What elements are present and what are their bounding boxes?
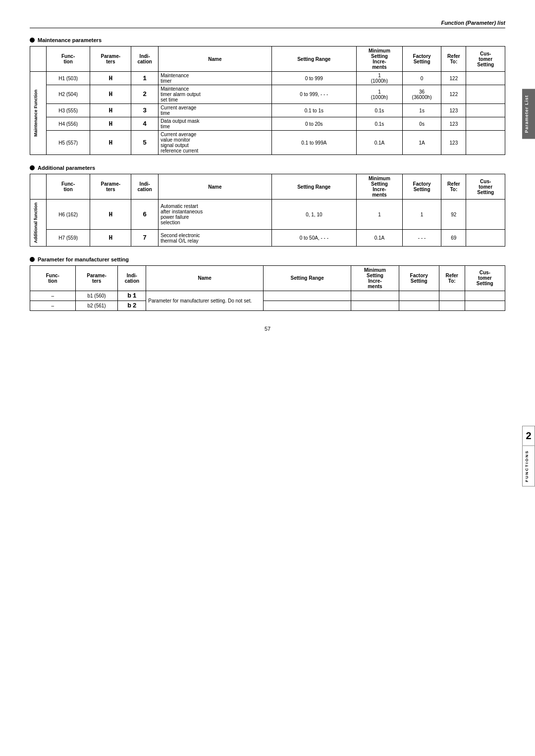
add-h6-customer [466,200,505,230]
maint-h5-name: Current averagevalue monitorsignal outpu… [159,131,272,155]
mfr-b2-params: b2 (561) [75,301,118,310]
mfr-b2-customer [465,301,505,310]
maint-h1-refer: 122 [441,72,466,85]
mfr-indication-header: Indi-cation [118,265,146,291]
add-h6-name: Automatic restartafter instantaneouspowe… [159,200,272,230]
mfr-row-b2: – b2 (561) b 2 [30,301,505,310]
page-container: Parameter List 2 FUNCTIONS Function (Par… [0,0,535,756]
maint-params-header: Parame-ters [90,47,131,72]
maintenance-section-header: Maintenance parameters [30,37,505,43]
maint-h4-range: 0 to 20s [271,117,356,131]
maint-h3-customer [466,104,505,117]
maint-h4-factory: 0s [402,117,441,131]
maint-h3-name: Current averagetime [159,104,272,117]
maint-h2-name: Maintenancetimer alarm outputset time [159,85,272,104]
mfr-b1-min [351,291,399,301]
add-h6-factory: 1 [402,200,441,230]
maint-h5-display: H [90,131,131,155]
add-name-header: Name [159,174,272,200]
mfr-b1-factory [399,291,439,301]
add-h7-range: 0 to 50A, - - - [271,230,356,247]
maint-h3-display: H [90,104,131,117]
page-header: Function (Parameter) list [30,20,505,28]
maint-row-h4: H4 (556) H 4 Data output masktime 0 to 2… [30,117,505,131]
manufacturer-table: Func-tion Parame-ters Indi-cation Name S… [30,265,505,311]
maint-h2-range: 0 to 999, - - - [271,85,356,104]
section-dot-manufacturer [30,257,35,262]
maint-h4-indication: 4 [131,117,159,131]
maint-h4-name: Data output masktime [159,117,272,131]
add-func-header: Func-tion [46,174,90,200]
add-h6-range: 0, 1, 10 [271,200,356,230]
maint-h4-min: 0.1s [357,117,403,131]
number-tab: 2 [522,426,535,446]
maint-h3-range: 0.1 to 1s [271,104,356,117]
mfr-customer-header: Cus-tomerSetting [465,265,505,291]
maint-h1-name: Maintenancetimer [159,72,272,85]
parameter-list-tab: Parameter List [522,89,535,139]
maint-h3-func: H3 (555) [46,104,90,117]
manufacturer-section-header: Parameter for manufacturer setting [30,256,505,262]
maintenance-table: Func-tion Parame-ters Indi-cation Name S… [30,46,505,155]
maint-h1-indication: 1 [131,72,159,85]
add-h7-func: H7 (559) [46,230,90,247]
add-customer-header: Cus-tomerSetting [466,174,505,200]
maint-h3-factory: 1s [402,104,441,117]
maint-factory-header: FactorySetting [402,47,441,72]
mfr-row-b1: – b1 (560) b 1 Parameter for manufacture… [30,291,505,301]
mfr-range-header: Setting Range [263,265,351,291]
maint-h5-indication: 5 [131,131,159,155]
maint-func-header: Func-tion [46,47,90,72]
mfr-b2-indication: b 2 [118,301,146,310]
maint-h5-min: 0.1A [357,131,403,155]
mfr-b2-func: – [30,301,76,310]
add-h7-indication: 7 [131,230,159,247]
maint-h2-factory: 36(36000h) [402,85,441,104]
maint-h2-display: H [90,85,131,104]
add-h7-display: H [90,230,131,247]
mfr-refer-header: ReferTo: [439,265,465,291]
maint-row-h1: Maintenance Function H1 (503) H 1 Mainte… [30,72,505,85]
mfr-b1-params: b1 (560) [75,291,118,301]
maint-h2-customer [466,85,505,104]
mfr-params-header: Parame-ters [75,265,118,291]
add-h6-min: 1 [357,200,403,230]
mfr-b1-refer [439,291,465,301]
add-h6-indication: 6 [131,200,159,230]
add-h7-name: Second electronicthermal O/L relay [159,230,272,247]
maint-h5-range: 0.1 to 999A [271,131,356,155]
maint-range-header: Setting Range [271,47,356,72]
maint-h1-factory: 0 [402,72,441,85]
maintenance-side-label-header [30,47,47,72]
add-h6-display: H [90,200,131,230]
mfr-factory-header: FactorySetting [399,265,439,291]
add-h6-refer: 92 [441,200,466,230]
maint-h3-refer: 123 [441,104,466,117]
additional-section-header: Additional parameters [30,165,505,171]
mfr-b2-min [351,301,399,310]
mfr-b1-customer [465,291,505,301]
maint-h5-customer [466,131,505,155]
mfr-b2-factory [399,301,439,310]
maint-h1-range: 0 to 999 [271,72,356,85]
additional-table: Func-tion Parame-ters Indi-cation Name S… [30,174,505,247]
maint-h2-indication: 2 [131,85,159,104]
additional-side-label: Additional function [30,200,47,247]
maint-h1-min: 1(1000h) [357,72,403,85]
maint-h1-display: H [90,72,131,85]
mfr-func-header: Func-tion [30,265,76,291]
mfr-b1-indication: b 1 [118,291,146,301]
maint-h4-refer: 123 [441,117,466,131]
maint-h4-customer [466,117,505,131]
maint-h2-refer: 122 [441,85,466,104]
maint-side-label: Maintenance Function [30,72,47,155]
add-indication-header: Indi-cation [131,174,159,200]
section-dot-additional [30,165,35,170]
maint-h5-factory: 1A [402,131,441,155]
maint-name-header: Name [159,47,272,72]
add-row-h7: H7 (559) H 7 Second electronicthermal O/… [30,230,505,247]
mfr-note: Parameter for manufacturer setting. Do n… [146,291,264,310]
maint-h1-customer [466,72,505,85]
mfr-b1-range [263,291,351,301]
maint-row-h5: H5 (557) H 5 Current averagevalue monito… [30,131,505,155]
